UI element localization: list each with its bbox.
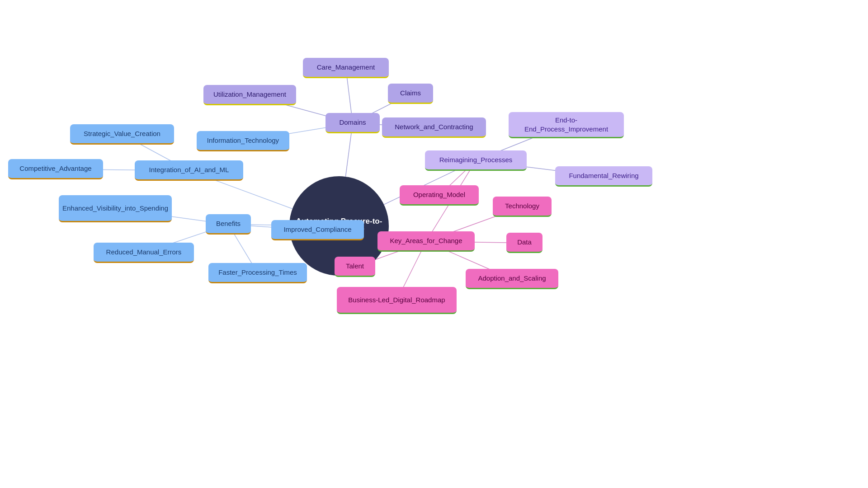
node-benefits[interactable]: Benefits: [206, 214, 251, 235]
node-care_mgmt[interactable]: Care_Management: [303, 58, 389, 78]
node-biz_roadmap[interactable]: Business-Led_Digital_Roadmap: [337, 287, 457, 314]
node-reduced_errors[interactable]: Reduced_Manual_Errors: [94, 243, 194, 263]
node-improved_comp[interactable]: Improved_Compliance: [271, 220, 364, 240]
node-end_to_end[interactable]: End-to-End_Process_Improvement: [509, 112, 624, 138]
node-adoption[interactable]: Adoption_and_Scaling: [466, 269, 558, 289]
node-faster_proc[interactable]: Faster_Processing_Times: [208, 263, 307, 283]
node-claims[interactable]: Claims: [388, 84, 433, 104]
node-utilization[interactable]: Utilization_Management: [203, 85, 296, 105]
node-operating_model[interactable]: Operating_Model: [400, 185, 479, 206]
node-integration_ai[interactable]: Integration_of_AI_and_ML: [135, 160, 243, 181]
node-domains[interactable]: Domains: [326, 113, 380, 133]
node-competitive[interactable]: Competitive_Advantage: [8, 159, 103, 179]
node-data[interactable]: Data: [506, 233, 542, 253]
mindmap-container: Automating Procure-to-Pay WorkflowDomain…: [0, 0, 868, 488]
node-network[interactable]: Network_and_Contracting: [382, 117, 486, 138]
node-enhanced_vis[interactable]: Enhanced_Visibility_into_Spending: [59, 195, 172, 222]
node-fundamental_rewiring[interactable]: Fundamental_Rewiring: [555, 166, 652, 187]
node-key_areas[interactable]: Key_Areas_for_Change: [377, 231, 475, 252]
node-strategic[interactable]: Strategic_Value_Creation: [70, 124, 174, 145]
node-reimagining[interactable]: Reimagining_Processes: [425, 150, 527, 171]
node-technology[interactable]: Technology: [493, 197, 552, 217]
node-info_tech[interactable]: Information_Technology: [197, 131, 289, 151]
node-talent[interactable]: Talent: [335, 257, 375, 277]
